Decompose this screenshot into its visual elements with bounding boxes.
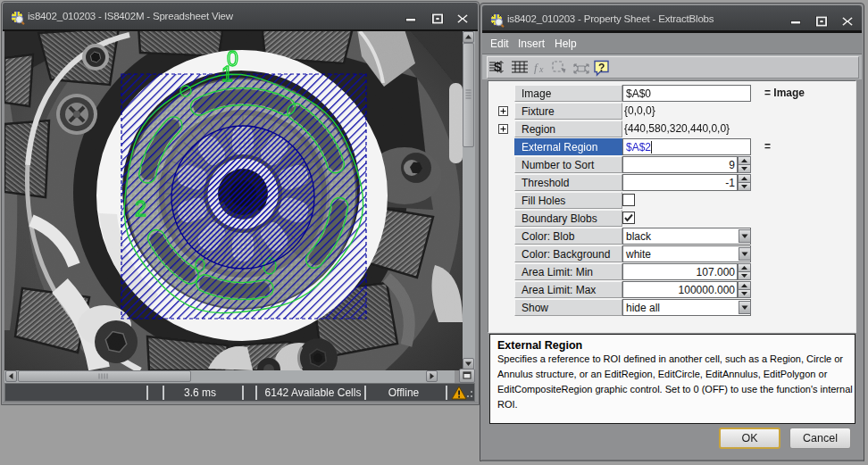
- svg-text:x: x: [538, 64, 544, 74]
- svg-text:?: ?: [598, 62, 605, 74]
- svg-text:2: 2: [135, 197, 146, 220]
- svg-text:1: 1: [221, 62, 233, 86]
